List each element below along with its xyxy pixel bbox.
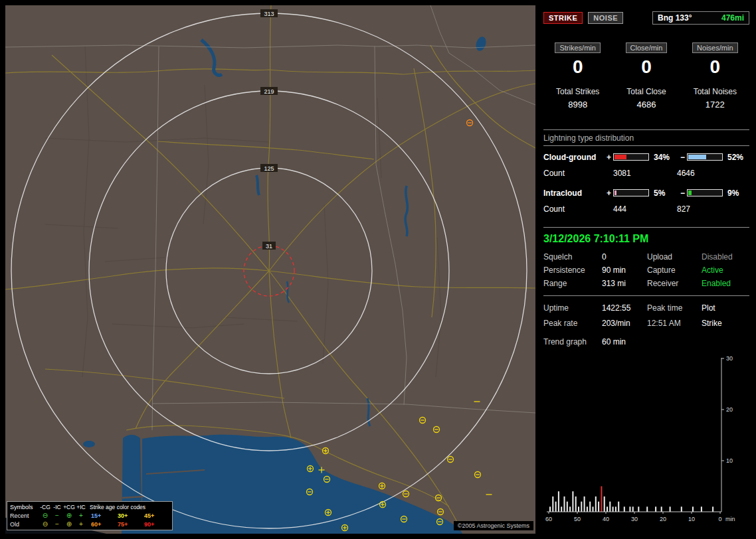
legend-symbols-title: Symbols xyxy=(10,504,39,510)
legend-strike-glyph: + xyxy=(75,521,87,528)
bearing-label: Bng 133° xyxy=(658,13,692,23)
cg-plus-pct: 34% xyxy=(650,153,678,162)
noise-button[interactable]: NOISE xyxy=(588,12,623,24)
count-label: Count xyxy=(543,169,605,178)
sidebar: STRIKE NOISE Bng 133° 476mi Strikes/min … xyxy=(539,5,753,534)
datetime: 3/12/2026 7:10:11 PM xyxy=(543,228,749,250)
info-label: Capture xyxy=(647,266,702,275)
info-label: Peak time xyxy=(647,303,702,313)
info-row: Uptime1422:55Peak timePlot xyxy=(543,300,749,315)
info-row: Persistence90 minCaptureActive xyxy=(543,264,749,277)
info-value: Strike xyxy=(702,319,749,328)
legend-col-neg-ic: -IC xyxy=(51,504,63,510)
info-value: 203/min xyxy=(602,319,647,328)
legend-strike-glyph: + xyxy=(75,512,87,519)
trend-y-tick: 30 xyxy=(726,356,733,362)
info-value: 90 min xyxy=(602,266,647,275)
legend-strike-glyph: ⊕ xyxy=(63,521,75,528)
info-label: Uptime xyxy=(543,303,602,313)
legend-row-label: Old xyxy=(10,521,39,528)
legend-age-code: 75+ xyxy=(114,521,140,528)
info-row: Peak rate203/min12:51 AMStrike xyxy=(543,315,749,331)
ic-minus-pct: 9% xyxy=(724,189,748,198)
trend-x-tick: 10 xyxy=(688,516,695,522)
minus-sign: − xyxy=(678,153,687,162)
cg-minus-gauge xyxy=(687,153,723,161)
strike-button[interactable]: STRIKE xyxy=(543,12,583,24)
info-label: Persistence xyxy=(543,266,602,275)
trend-graph-window: 60 min xyxy=(602,337,749,346)
strikes-per-min-label: Strikes/min xyxy=(555,42,600,53)
legend-age-code: 15+ xyxy=(87,512,114,519)
ic-plus-gauge xyxy=(613,189,649,196)
total-close-label: Total Close xyxy=(612,87,680,96)
ring-distance-label: 313 xyxy=(264,11,274,17)
info-label: Squelch xyxy=(543,252,602,262)
rate-col-strikes: Strikes/min 0 Total Strikes 8998 xyxy=(543,42,612,110)
status-rows: Squelch0UploadDisabledPersistence90 minC… xyxy=(543,250,749,295)
legend-strike-glyph: ⊕ xyxy=(63,512,75,519)
cloud-ground-count-row: Count 3081 4646 xyxy=(543,165,749,181)
session-rows: Uptime1422:55Peak timePlotPeak rate203/m… xyxy=(543,296,749,331)
count-label: Count xyxy=(543,204,605,214)
info-label: Peak rate xyxy=(543,319,602,328)
rates-row: Strikes/min 0 Total Strikes 8998 Close/m… xyxy=(543,42,749,110)
info-value: Enabled xyxy=(702,279,749,288)
noises-per-min-value: 0 xyxy=(681,56,749,78)
trend-x-tick: 30 xyxy=(631,516,638,522)
rate-col-noises: Noises/min 0 Total Noises 1722 xyxy=(681,42,749,110)
bearing-box: Bng 133° 476mi xyxy=(652,11,749,25)
legend-rows: Recent⊖−⊕+15+30+45+Old⊖−⊕+60+75+90+ xyxy=(10,511,171,528)
ic-minus-gauge xyxy=(687,189,723,196)
trend-label-row: Trend graph 60 min xyxy=(543,334,749,350)
legend-header: Symbols -CG -IC +CG +IC Strike age color… xyxy=(10,502,171,511)
lightning-map[interactable]: 31321912531 Symbols -CG -IC +CG +IC Stri… xyxy=(5,5,535,534)
trend-x-tick: 40 xyxy=(603,516,609,522)
legend-age-title: Strike age color codes xyxy=(87,504,167,510)
trend-x-tick: 60 xyxy=(545,516,552,522)
nexstorm-app: 31321912531 Symbols -CG -IC +CG +IC Stri… xyxy=(0,0,756,539)
cg-minus-pct: 52% xyxy=(724,153,748,162)
legend-col-neg-cg: -CG xyxy=(39,504,51,510)
trend-y-tick: 10 xyxy=(726,457,733,464)
legend-row: Old⊖−⊕+60+75+90+ xyxy=(10,520,171,528)
trend-x-tick: 50 xyxy=(574,516,581,522)
ic-plus-pct: 5% xyxy=(650,189,678,198)
trend-x-tick: 20 xyxy=(660,516,666,522)
plus-sign: + xyxy=(605,153,613,162)
bearing-distance: 476mi xyxy=(721,13,744,23)
map-canvas[interactable]: 31321912531 xyxy=(5,5,535,534)
intracloud-label: Intracloud xyxy=(543,189,605,198)
sidebar-topbar: STRIKE NOISE Bng 133° 476mi xyxy=(543,11,749,25)
total-strikes-value: 8998 xyxy=(543,100,612,110)
noises-per-min-label: Noises/min xyxy=(692,42,737,53)
ic-plus-count: 444 xyxy=(613,204,677,214)
cloud-ground-row: Cloud-ground + 34% − 52% xyxy=(543,149,749,165)
trend-chart-canvas: 6050403020100min302010 xyxy=(543,356,749,524)
legend-age-code: 60+ xyxy=(87,521,114,528)
ring-distance-label: 31 xyxy=(266,243,272,250)
minus-sign: − xyxy=(678,189,687,198)
ring-distance-label: 219 xyxy=(264,88,274,95)
cg-plus-gauge xyxy=(613,153,649,161)
close-per-min-value: 0 xyxy=(612,56,680,78)
map-legend: Symbols -CG -IC +CG +IC Strike age color… xyxy=(7,501,173,530)
ring-distance-label: 125 xyxy=(264,165,274,172)
plus-sign: + xyxy=(605,189,613,198)
cloud-ground-label: Cloud-ground xyxy=(543,153,605,162)
legend-col-pos-ic: +IC xyxy=(75,504,87,510)
info-label: Upload xyxy=(647,252,702,262)
legend-row: Recent⊖−⊕+15+30+45+ xyxy=(10,511,171,520)
legend-age-code: 45+ xyxy=(140,512,167,519)
legend-age-code: 30+ xyxy=(114,512,140,519)
trend-x-unit: min xyxy=(725,516,735,522)
legend-strike-glyph: − xyxy=(51,521,63,528)
total-strikes-label: Total Strikes xyxy=(543,87,612,96)
legend-strike-glyph: ⊖ xyxy=(39,512,51,519)
trend-y-tick: 20 xyxy=(726,406,733,413)
legend-row-label: Recent xyxy=(10,512,39,519)
close-per-min-label: Close/min xyxy=(626,42,668,53)
ic-minus-count: 827 xyxy=(677,204,749,214)
copyright: ©2005 Astrogenic Systems xyxy=(454,521,533,530)
intracloud-count-row: Count 444 827 xyxy=(543,201,749,216)
